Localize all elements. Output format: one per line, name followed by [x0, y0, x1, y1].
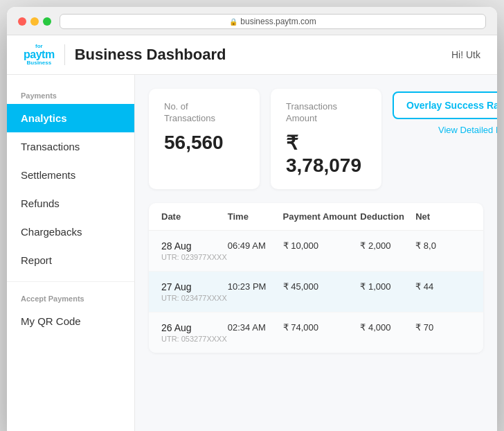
overlay-success-button[interactable]: Overlay Success Ra: [393, 91, 497, 119]
logo-divider: [64, 44, 65, 65]
row3-deduction: ₹ 4,000: [360, 322, 415, 333]
table-row: 28 Aug UTR: 023977XXXX 06:49 AM ₹ 10,000…: [149, 231, 483, 272]
logo-area: for paytm Business Business Dashboard: [24, 44, 226, 66]
sidebar-divider: [7, 281, 134, 282]
page-title: Business Dashboard: [75, 46, 226, 64]
main-layout: Payments Analytics Transactions Settleme…: [7, 75, 497, 431]
sidebar-section-accept-payments: Accept Payments: [7, 289, 134, 307]
row1-date: 28 Aug UTR: 023977XXXX: [161, 240, 228, 261]
row3-payment-amount: ₹ 74,000: [283, 322, 361, 333]
row2-date: 27 Aug UTR: 023477XXXX: [161, 281, 228, 302]
table-row: 27 Aug UTR: 023477XXXX 10:23 PM ₹ 45,000…: [149, 272, 483, 313]
transactions-count-value: 56,560: [164, 132, 244, 154]
header-deduction: Deduction: [360, 211, 415, 222]
app-container: for paytm Business Business Dashboard Hi…: [7, 35, 497, 431]
top-header: for paytm Business Business Dashboard Hi…: [7, 35, 497, 75]
row2-deduction: ₹ 1,000: [360, 281, 415, 292]
sidebar-item-transactions[interactable]: Transactions: [7, 132, 134, 161]
sidebar-item-refunds[interactable]: Refunds: [7, 189, 134, 218]
sidebar: Payments Analytics Transactions Settleme…: [7, 75, 135, 431]
url-text: business.paytm.com: [240, 17, 316, 26]
row2-time: 10:23 PM: [228, 281, 283, 292]
row2-net: ₹ 44: [415, 281, 471, 292]
header-net: Net: [415, 211, 471, 222]
transactions-count-card: No. of Transactions 56,560: [149, 89, 260, 189]
table-row: 26 Aug UTR: 053277XXXX 02:34 AM ₹ 74,000…: [149, 313, 483, 353]
row1-time: 06:49 AM: [228, 240, 283, 251]
row3-net: ₹ 70: [415, 322, 471, 333]
view-detailed-report-link[interactable]: View Detailed Repo: [438, 125, 497, 135]
transactions-count-label: No. of Transactions: [164, 101, 244, 125]
maximize-button[interactable]: [43, 17, 51, 26]
row2-payment-amount: ₹ 45,000: [283, 281, 361, 292]
logo-business: Business: [27, 60, 52, 66]
sidebar-item-report[interactable]: Report: [7, 246, 134, 274]
table-header: Date Time Payment Amount Deduction Net: [149, 203, 483, 231]
lock-icon: 🔒: [229, 18, 237, 26]
header-date: Date: [161, 211, 228, 222]
transactions-amount-label: Transactions Amount: [286, 101, 366, 125]
transactions-amount-value: ₹ 3,78,079: [286, 132, 366, 177]
sidebar-section-payments: Payments: [7, 86, 134, 104]
transactions-table: Date Time Payment Amount Deduction Net 2…: [149, 203, 483, 353]
header-time: Time: [228, 211, 283, 222]
row1-net: ₹ 8,0: [415, 240, 471, 251]
sidebar-item-settlements[interactable]: Settlements: [7, 161, 134, 189]
stats-right-area: Overlay Success Ra View Detailed Repo: [393, 89, 497, 189]
row1-deduction: ₹ 2,000: [360, 240, 415, 251]
content-area: No. of Transactions 56,560 Transactions …: [135, 75, 497, 431]
sidebar-item-my-qr-code[interactable]: My QR Code: [7, 307, 134, 335]
minimize-button[interactable]: [30, 17, 39, 26]
row3-date: 26 Aug UTR: 053277XXXX: [161, 322, 228, 343]
stats-row: No. of Transactions 56,560 Transactions …: [149, 89, 483, 189]
header-payment-amount: Payment Amount: [283, 211, 361, 222]
browser-window: 🔒 business.paytm.com for paytm Business …: [7, 7, 497, 431]
traffic-lights: [18, 17, 51, 26]
browser-chrome: 🔒 business.paytm.com: [7, 7, 497, 35]
user-greeting: Hi! Utk: [451, 49, 480, 60]
row3-time: 02:34 AM: [228, 322, 283, 333]
logo-paytm: paytm: [24, 49, 55, 60]
close-button[interactable]: [18, 17, 26, 26]
address-bar[interactable]: 🔒 business.paytm.com: [60, 14, 486, 29]
sidebar-item-analytics[interactable]: Analytics: [7, 104, 134, 132]
row1-payment-amount: ₹ 10,000: [283, 240, 361, 251]
transactions-amount-card: Transactions Amount ₹ 3,78,079: [271, 89, 381, 189]
paytm-logo: for paytm Business: [24, 44, 55, 66]
sidebar-item-chargebacks[interactable]: Chargebacks: [7, 218, 134, 246]
